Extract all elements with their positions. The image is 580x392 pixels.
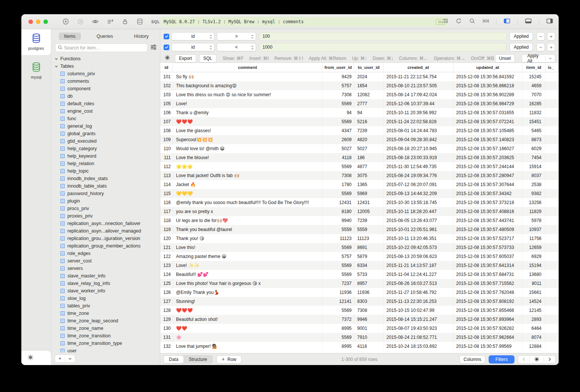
cell-comment[interactable]: Beautiful action shot! [173,315,322,324]
cell-comment[interactable]: @emily thank you soooo much beautiful!!!… [173,198,322,207]
column-header-comment[interactable]: comment [173,63,322,72]
filters-button[interactable]: Filters [489,355,514,364]
cell-item-id[interactable]: 13256 [522,198,546,207]
cell-is[interactable] [546,216,559,225]
cell-from-user-id[interactable]: 2609 [322,135,354,144]
add-item-menu-button[interactable] [65,357,75,360]
cell-item-id[interactable]: 12145 [522,306,546,315]
cell-to-user-id[interactable]: 7239 [354,216,383,225]
table-row[interactable]: 102This background is amazing😍5757165420… [160,81,559,90]
cell-created-at[interactable]: 2015-09-13 14:44:32.209 [383,189,453,198]
cell-comment[interactable]: Thank you! 😘 [173,234,322,243]
cell-updated-at[interactable]: 2015-12-08 15:30:57.166027 [453,144,522,153]
cell-to-user-id[interactable]: 4118 [354,342,383,351]
tab-history[interactable]: History [129,33,154,40]
cell-comment[interactable]: Ur legs are to die for🙌🏼💖 [173,216,322,225]
column-header-from_user_id[interactable]: from_user_id [322,63,354,72]
table-row[interactable]: 124Beautiful!! 💕💕556957332015-11-04 12:2… [160,270,559,279]
cell-from-user-id[interactable]: 7308 [322,90,354,99]
zoom-button[interactable] [43,19,48,24]
cell-is[interactable] [546,99,559,108]
cell-updated-at[interactable]: 2015-12-08 15:30:56.841592 [453,72,522,81]
sidebar-search-field[interactable] [55,43,148,52]
cell-from-user-id[interactable]: 9940 [322,216,354,225]
cell-to-user-id[interactable]: 186 [354,153,383,162]
cell-comment[interactable]: Stunning! [173,297,322,306]
table-list-item[interactable]: time_zone_transition [51,332,160,340]
table-list-item[interactable]: slave_relay_log_info [51,280,160,287]
cell-created-at[interactable]: 2015-11-30 12:54:49.735 [383,162,453,171]
cell-updated-at[interactable]: 2015-12-08 15:30:57.408816 [453,207,522,216]
toggle-right-panel-icon[interactable] [546,18,553,26]
table-row[interactable]: 103Love this dress so much 😍 so nice for… [160,90,559,99]
filter-settings-icon[interactable] [150,44,157,52]
cell-from-user-id[interactable]: 9429 [322,72,354,81]
cell-updated-at[interactable]: 2015-12-08 15:30:57.684731 [453,270,522,279]
cell-from-user-id[interactable]: 7237 [322,279,354,288]
cell-item-id[interactable]: 16285 [522,99,546,108]
table-row[interactable]: 105Love!556927772015-12-06 10:37:39.4420… [160,99,559,108]
cell-updated-at[interactable]: 2015-12-08 15:30:57.140823 [453,135,522,144]
cell-created-at[interactable]: 2015-10-24 18:15:03.692 [383,342,453,351]
cell-comment[interactable]: Jacket 🔥 [173,180,322,189]
cell-id[interactable]: 127 [160,297,173,306]
remove-filter-button[interactable]: − [537,32,545,40]
filter-enabled-checkbox[interactable] [164,45,169,50]
table-row[interactable]: 126@Emily Thank you💃🏽11936119362015-11-2… [160,288,559,297]
cell-item-id[interactable]: 8011 [522,279,546,288]
table-list-item[interactable]: slave_master_info [51,272,160,280]
cell-to-user-id[interactable]: 5879 [354,252,383,261]
cell-id[interactable]: 105 [160,99,173,108]
cell-from-user-id[interactable]: 8995 [322,342,354,351]
cell-comment[interactable]: Love this! [173,243,322,252]
toggle-bottom-panel-icon[interactable] [525,18,532,26]
tab-items[interactable]: Items [59,33,81,40]
table-list-item[interactable]: proxies_priv [51,212,160,220]
cell-from-user-id[interactable]: 5757 [322,252,354,261]
cell-updated-at[interactable]: 2015-12-08 15:30:57.605037 [453,252,522,261]
next-page-button[interactable] [544,357,555,361]
columns-button[interactable]: Columns [459,355,485,364]
table-list-item[interactable]: innodb_table_stats [51,182,160,190]
cell-created-at[interactable]: 2015-10-01 22:05:51.961 [383,225,453,234]
cell-comment[interactable]: 🌸 [173,333,322,342]
disconnect-icon[interactable] [77,18,84,25]
cell-is[interactable] [546,297,559,306]
cell-created-at[interactable]: 2015-08-18 20:27:10.945 [383,144,453,153]
cell-id[interactable]: 113 [160,171,173,180]
table-list-item[interactable]: default_roles [51,100,160,107]
column-header-item_id[interactable]: item_id [522,63,546,72]
cell-id[interactable]: 110 [160,144,173,153]
cell-from-user-id[interactable]: 11936 [322,288,354,297]
table-list-item[interactable]: tables_priv [51,302,160,310]
column-header-id[interactable]: id [160,63,173,72]
cell-is[interactable] [546,90,559,99]
table-row[interactable]: 101So fly 🙌🏼942920242015-11-21 22:12:54.… [160,72,559,81]
cell-item-id[interactable]: 9382 [522,189,546,198]
cell-is[interactable] [546,207,559,216]
cell-comment[interactable]: 🌟🌟🌟 [173,162,322,171]
cell-from-user-id[interactable]: 5569 [322,270,354,279]
cell-created-at[interactable]: 2015-11-27 10:58:46.792 [383,288,453,297]
cell-created-at[interactable]: 2015-08-14 17:09:42.024 [383,90,453,99]
cell-item-id[interactable]: 15451 [522,117,546,126]
cell-from-user-id[interactable]: 4118 [322,153,354,162]
column-header-updated_at[interactable]: updated_at [453,63,522,72]
search-input[interactable] [64,45,145,51]
table-list-item[interactable]: help_relation [51,160,160,167]
table-list-item[interactable]: procs_priv [51,205,160,212]
cell-item-id[interactable]: 7454 [522,153,546,162]
unset-button[interactable]: Unset [495,54,515,63]
cell-to-user-id[interactable]: 9001 [354,324,383,333]
table-list-item[interactable]: help_keyword [51,152,160,160]
cell-item-id[interactable]: 15194 [522,261,546,270]
table-list-item[interactable]: server_cost [51,257,160,265]
cell-id[interactable]: 102 [160,81,173,90]
cell-to-user-id[interactable]: 2777 [354,99,383,108]
table-row[interactable]: 125Love this photo! Your hair is gorgeou… [160,279,559,288]
previous-page-button[interactable] [518,357,529,361]
table-list-item[interactable]: replication_grou...iguration_version [51,235,160,242]
filter-column-select[interactable]: id [171,32,215,40]
cell-id[interactable]: 103 [160,90,173,99]
table-row[interactable]: 120Thank you! 😘11123111232015-10-11 13:2… [160,234,559,243]
